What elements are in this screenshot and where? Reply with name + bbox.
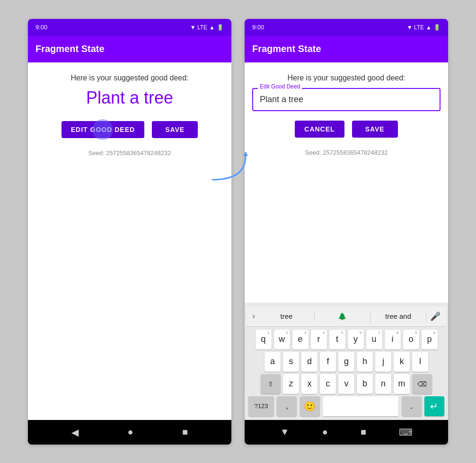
key-l[interactable]: l [412, 352, 428, 372]
right-seed-label: Seed: 2572558365478248232 [305, 149, 388, 156]
key-c[interactable]: c [320, 374, 336, 394]
comma-key[interactable]: , [277, 396, 297, 416]
left-content: Here is your suggested good deed: Plant … [28, 62, 231, 420]
key-b[interactable]: b [357, 374, 373, 394]
mic-icon[interactable]: 🎤 [426, 311, 444, 322]
key-i[interactable]: 8i [385, 330, 401, 349]
key-m[interactable]: m [394, 374, 410, 394]
right-status-icons: ▼ LTE ▲ 🔋 [407, 24, 441, 31]
key-a[interactable]: a [264, 352, 281, 372]
right-buttons-row: CANCEL SAVE [295, 121, 397, 138]
suggest-arrow-icon[interactable]: › [248, 311, 259, 321]
dot-key[interactable]: . [402, 396, 422, 416]
key-d[interactable]: d [301, 352, 317, 372]
key-t[interactable]: 5t [329, 330, 345, 349]
edit-field-container: Edit Good Deed [252, 88, 441, 111]
left-status-icons: ▼ LTE ▲ 🔋 [190, 24, 224, 31]
keyboard-row-3: ⇧ z x c v b n m ⌫ [247, 374, 446, 394]
enter-key[interactable]: ↵ [424, 396, 444, 416]
left-app-bar: Fragment State [28, 36, 231, 62]
space-key[interactable] [323, 396, 398, 416]
edit-field-label: Edit Good Deed [258, 83, 302, 90]
right-back-icon[interactable]: ▼ [280, 427, 290, 437]
back-icon[interactable]: ◀ [71, 427, 79, 438]
right-time: 9:00 [252, 24, 264, 31]
right-signal-bars: ▲ [426, 24, 432, 31]
key-o[interactable]: 9o [403, 330, 419, 349]
suggest-word-1[interactable]: tree [259, 310, 315, 322]
left-status-bar: 9:00 ▼ LTE ▲ 🔋 [28, 19, 231, 36]
left-phone: 9:00 ▼ LTE ▲ 🔋 Fragment State Here is yo… [28, 19, 231, 445]
left-signal-icon: ▼ LTE [190, 24, 207, 31]
shift-key[interactable]: ⇧ [261, 374, 281, 394]
keyboard-row-2: a s d f g h j k l [247, 352, 446, 372]
left-time: 9:00 [35, 24, 47, 31]
home-icon[interactable]: ● [127, 427, 133, 437]
suggest-word-3[interactable]: tree and [370, 310, 426, 322]
key-f[interactable]: f [320, 352, 336, 372]
num-symbols-key[interactable]: ?123 [248, 396, 274, 416]
key-n[interactable]: n [375, 374, 391, 394]
cancel-button[interactable]: CANCEL [295, 121, 344, 138]
keyboard: › tree 🌲 tree and 🎤 1q 2w 3e 4r 5t 6y 7u… [245, 303, 448, 420]
right-nav-bar: ▼ ● ■ ⌨ [245, 420, 448, 445]
left-nav-bar: ◀ ● ■ [28, 420, 231, 445]
keyboard-suggestions-row: › tree 🌲 tree and 🎤 [247, 306, 446, 327]
key-h[interactable]: h [357, 352, 373, 372]
key-e[interactable]: 3e [292, 330, 309, 349]
left-battery-icon: 🔋 [217, 24, 224, 31]
right-keyboard-icon[interactable]: ⌨ [399, 427, 413, 438]
left-suggested-label: Here is your suggested good deed: [71, 74, 188, 82]
right-signal-icon: ▼ LTE [407, 24, 424, 31]
backspace-key[interactable]: ⌫ [412, 374, 432, 394]
svg-marker-0 [243, 151, 248, 156]
left-buttons-row: EDIT GOOD DEED SAVE [62, 121, 198, 138]
suggest-word-2[interactable]: 🌲 [315, 310, 370, 323]
right-status-bar: 9:00 ▼ LTE ▲ 🔋 [245, 19, 448, 36]
recents-icon[interactable]: ■ [182, 427, 188, 437]
key-p[interactable]: 0p [422, 330, 438, 349]
key-k[interactable]: k [394, 352, 410, 372]
emoji-key[interactable]: 🙂 [300, 396, 320, 416]
key-q[interactable]: 1q [256, 330, 272, 349]
key-y[interactable]: 6y [348, 330, 364, 349]
key-x[interactable]: x [301, 374, 317, 394]
ripple-effect [92, 119, 113, 140]
key-s[interactable]: s [283, 352, 299, 372]
right-battery-icon: 🔋 [433, 24, 441, 31]
right-home-icon[interactable]: ● [322, 427, 328, 437]
key-g[interactable]: g [338, 352, 354, 372]
keyboard-bottom-row: ?123 , 🙂 . ↵ [247, 396, 446, 416]
right-recents-icon[interactable]: ■ [361, 427, 366, 437]
left-save-button[interactable]: SAVE [152, 121, 198, 138]
key-r[interactable]: 4r [311, 330, 327, 349]
key-z[interactable]: z [283, 374, 299, 394]
key-v[interactable]: v [338, 374, 354, 394]
left-deed-text: Plant a tree [86, 88, 173, 108]
left-seed-label: Seed: 2572558365478248232 [88, 149, 171, 157]
key-u[interactable]: 7u [366, 330, 382, 349]
arrow-connector [208, 151, 283, 191]
key-j[interactable]: j [375, 352, 391, 372]
right-app-title: Fragment State [252, 44, 321, 54]
right-phone: 9:00 ▼ LTE ▲ 🔋 Fragment State Here is yo… [245, 19, 448, 445]
right-app-bar: Fragment State [245, 36, 448, 62]
left-signal-bars: ▲ [209, 24, 215, 31]
right-suggested-label: Here is your suggested good deed: [287, 74, 405, 82]
edit-good-deed-input[interactable] [252, 88, 441, 111]
key-w[interactable]: 2w [274, 330, 290, 349]
left-app-title: Fragment State [35, 44, 105, 54]
keyboard-row-1: 1q 2w 3e 4r 5t 6y 7u 8i 9o 0p [247, 330, 446, 349]
edit-good-deed-button[interactable]: EDIT GOOD DEED [62, 121, 144, 138]
right-save-button[interactable]: SAVE [352, 121, 398, 138]
